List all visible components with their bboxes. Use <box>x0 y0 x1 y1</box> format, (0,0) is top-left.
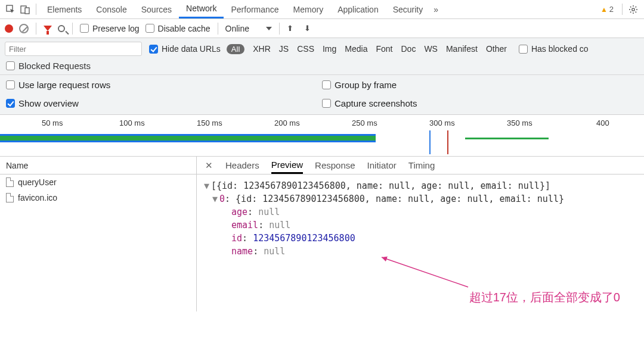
record-button[interactable] <box>5 24 13 33</box>
tabs-overflow-icon[interactable]: » <box>430 0 442 18</box>
capture-screenshots-checkbox[interactable]: Capture screenshots <box>322 98 417 108</box>
network-toolbar: Preserve log Disable cache Online ⬆ ⬇ <box>0 19 644 38</box>
tab-application[interactable]: Application <box>330 0 386 18</box>
tick-label: 300 ms <box>429 119 455 127</box>
tab-security[interactable]: Security <box>386 0 431 18</box>
tab-performance[interactable]: Performance <box>224 0 286 18</box>
tick-label: 50 ms <box>42 119 63 127</box>
network-options: Use large request rows Group by frame Sh… <box>0 75 644 115</box>
filter-input[interactable] <box>5 42 142 56</box>
tick-label: 100 ms <box>119 119 145 127</box>
tick-label: 250 ms <box>352 119 377 127</box>
timeline-bar <box>465 138 549 139</box>
filter-icon[interactable] <box>44 26 52 31</box>
filter-type-css[interactable]: CSS <box>297 44 314 54</box>
disclosure-triangle-icon[interactable]: ▼ <box>204 179 211 192</box>
tab-console[interactable]: Console <box>89 0 134 18</box>
filter-type-other[interactable]: Other <box>486 44 507 54</box>
svg-rect-2 <box>25 8 29 14</box>
device-toggle-icon[interactable] <box>18 0 32 18</box>
filter-type-js[interactable]: JS <box>279 44 289 54</box>
filter-type-ws[interactable]: WS <box>424 44 438 54</box>
warnings-count: 2 <box>609 5 614 14</box>
request-list: Name queryUser favicon.ico <box>0 157 197 311</box>
timeline-bar <box>0 136 376 141</box>
throttling-select[interactable]: Online <box>225 24 272 33</box>
overview-timeline[interactable]: 50 ms 100 ms 150 ms 200 ms 250 ms 300 ms… <box>0 115 644 157</box>
warning-icon: ▲ <box>600 5 608 14</box>
close-icon[interactable]: ✕ <box>205 157 213 174</box>
hide-data-urls-checkbox[interactable]: Hide data URLs <box>148 44 221 54</box>
svg-point-3 <box>632 8 634 10</box>
svg-line-4 <box>382 257 468 287</box>
inspect-icon[interactable] <box>4 0 18 18</box>
annotation-text: 超过17位，后面全部变成了0 <box>469 289 620 306</box>
disclosure-triangle-icon[interactable]: ▼ <box>212 192 219 205</box>
preserve-log-checkbox[interactable]: Preserve log <box>80 24 140 33</box>
disable-cache-checkbox[interactable]: Disable cache <box>145 24 210 33</box>
show-overview-checkbox[interactable]: Show overview <box>6 98 79 108</box>
filter-type-doc[interactable]: Doc <box>401 44 416 54</box>
tab-memory[interactable]: Memory <box>286 0 331 18</box>
tick-label: 350 ms <box>507 119 532 127</box>
tab-response[interactable]: Response <box>315 157 355 174</box>
tab-sources[interactable]: Sources <box>134 0 179 18</box>
tab-network[interactable]: Network <box>179 0 224 18</box>
column-header-name[interactable]: Name <box>0 157 196 174</box>
tab-headers[interactable]: Headers <box>225 157 259 174</box>
filter-type-img[interactable]: Img <box>323 44 336 54</box>
annotation-arrow-icon <box>379 254 474 290</box>
file-icon <box>6 177 14 187</box>
list-item[interactable]: favicon.ico <box>0 190 196 205</box>
timeline-marker <box>447 130 448 154</box>
timeline-marker <box>429 130 431 154</box>
tick-label: 200 ms <box>274 119 300 127</box>
file-icon <box>6 193 14 202</box>
detail-tabstrip: ✕ Headers Preview Response Initiator Tim… <box>197 157 644 174</box>
tab-initiator[interactable]: Initiator <box>367 157 397 174</box>
large-rows-checkbox[interactable]: Use large request rows <box>6 80 110 90</box>
tab-elements[interactable]: Elements <box>40 0 89 18</box>
filter-type-group: All XHR JS CSS Img Media Font Doc WS Man… <box>227 44 507 54</box>
group-by-frame-checkbox[interactable]: Group by frame <box>322 80 397 90</box>
gear-icon[interactable] <box>626 0 640 18</box>
request-detail: ✕ Headers Preview Response Initiator Tim… <box>197 157 644 311</box>
filter-type-xhr[interactable]: XHR <box>253 44 271 54</box>
warnings-badge[interactable]: ▲ 2 <box>596 0 618 18</box>
preview-pane[interactable]: ▼[{id: 1234567890123456800, name: null, … <box>197 174 644 311</box>
clear-button[interactable] <box>19 24 29 33</box>
filter-type-font[interactable]: Font <box>376 44 392 54</box>
tick-label: 400 <box>596 119 609 127</box>
tab-preview[interactable]: Preview <box>271 157 303 174</box>
filter-type-manifest[interactable]: Manifest <box>446 44 478 54</box>
list-item[interactable]: queryUser <box>0 174 196 190</box>
tick-label: 150 ms <box>197 119 222 127</box>
chevron-down-icon <box>266 27 272 30</box>
filter-type-media[interactable]: Media <box>345 44 367 54</box>
request-split: Name queryUser favicon.ico ✕ Headers Pre… <box>0 157 644 311</box>
upload-har-icon[interactable]: ⬆ <box>287 24 293 33</box>
devtools-tabstrip: Elements Console Sources Network Perform… <box>0 0 644 19</box>
filter-bar: Hide data URLs All XHR JS CSS Img Media … <box>0 38 644 75</box>
has-blocked-checkbox[interactable]: Has blocked co <box>518 44 589 54</box>
download-har-icon[interactable]: ⬇ <box>304 24 311 33</box>
filter-type-all[interactable]: All <box>227 44 244 54</box>
blocked-requests-checkbox[interactable]: Blocked Requests <box>5 61 91 71</box>
tab-timing[interactable]: Timing <box>408 157 435 174</box>
search-icon[interactable] <box>58 25 65 32</box>
